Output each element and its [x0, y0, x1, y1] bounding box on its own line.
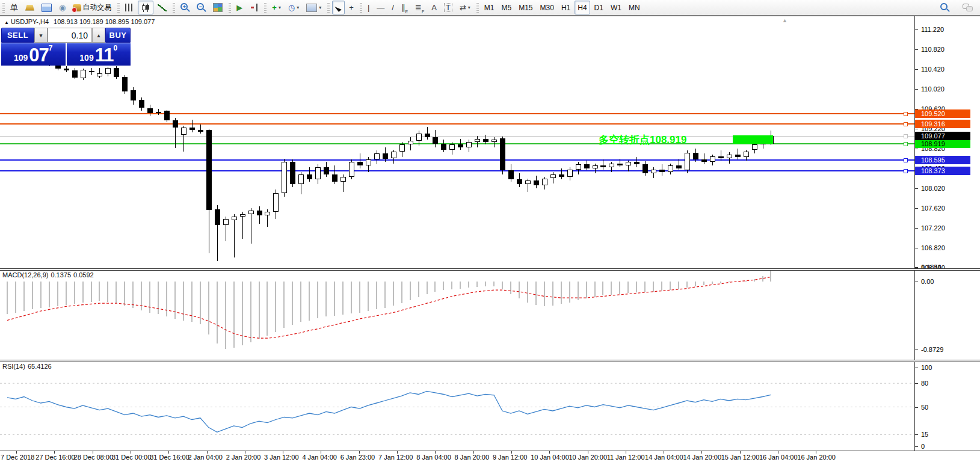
community-chat-button[interactable] — [960, 1, 976, 14]
candle — [232, 217, 237, 220]
arrows-button[interactable]: ⇄▾ — [457, 1, 473, 14]
price-line[interactable] — [0, 113, 914, 114]
chart-shift-icon — [250, 4, 258, 11]
candle — [341, 177, 346, 182]
buy-price-prefix: 109 — [79, 52, 93, 64]
price-line-label: 108.373 — [915, 167, 970, 175]
new-order-button[interactable]: 单 — [7, 1, 21, 14]
price-line-handle[interactable] — [904, 122, 908, 126]
candle — [567, 170, 573, 177]
price-line[interactable] — [0, 170, 914, 171]
sell-button[interactable]: SELL — [1, 28, 34, 43]
time-axis-value: 14 Jan 20:00 — [683, 454, 721, 461]
tf-d1-button[interactable]: D1 — [591, 1, 606, 14]
signal-button[interactable]: ◉ — [56, 1, 69, 14]
candle — [139, 100, 144, 108]
line-chart-button[interactable] — [155, 1, 170, 14]
vertical-line-button[interactable]: | — [365, 1, 372, 14]
sell-price-display[interactable]: 109 07 7 — [1, 43, 66, 66]
price-line-handle[interactable] — [904, 142, 908, 146]
chart-shift-button[interactable] — [247, 1, 261, 14]
candle — [600, 165, 606, 167]
tile-windows-button[interactable] — [210, 1, 226, 14]
community-chat-icon — [963, 4, 973, 11]
candle-wick — [494, 137, 495, 147]
horizontal-line-icon: — — [377, 4, 384, 11]
zoom-in-button[interactable] — [177, 1, 193, 14]
indicators-button[interactable]: +▾ — [269, 1, 284, 14]
tf-m15-button[interactable]: M15 — [516, 1, 535, 14]
trend-line-button[interactable]: / — [389, 1, 397, 14]
equidistant-channel-button[interactable]: ∥E — [398, 1, 411, 14]
candle — [542, 179, 547, 186]
macd-label: MACD(12,26,9)0.13750.0592 — [2, 271, 96, 279]
candle — [593, 165, 598, 168]
price-axis-value: 110.420 — [921, 66, 945, 73]
candle — [449, 144, 455, 149]
candle — [458, 144, 463, 147]
cursor-button[interactable] — [332, 1, 345, 14]
candle — [114, 68, 119, 78]
candle — [97, 73, 102, 76]
time-axis[interactable]: 7 Dec 201827 Dec 16:0028 Dec 08:0031 Dec… — [0, 451, 980, 462]
candle — [676, 165, 682, 168]
tf-mn-label: MN — [629, 4, 640, 12]
line-chart-icon — [158, 4, 167, 11]
price-line[interactable] — [0, 143, 914, 144]
price-line-handle[interactable] — [904, 112, 908, 116]
price-line-handle[interactable] — [904, 158, 908, 162]
crosshair-button[interactable]: + — [346, 1, 357, 14]
tf-m1-button[interactable]: M1 — [481, 1, 498, 14]
auto-trading-button[interactable]: 自动交易 — [70, 1, 114, 14]
candlestick-chart-button[interactable] — [138, 1, 153, 14]
buy-button[interactable]: BUY — [105, 28, 131, 43]
price-line-handle[interactable] — [904, 134, 908, 138]
horizontal-line-button[interactable]: — — [374, 1, 387, 14]
periods-button[interactable]: ◷▾ — [285, 1, 302, 14]
price-line[interactable] — [0, 159, 914, 161]
sell-price-big: 07 — [29, 47, 48, 64]
panel-divider[interactable] — [0, 360, 980, 362]
auto-scroll-button[interactable]: ▶ — [233, 1, 245, 14]
panel-divider[interactable] — [0, 268, 980, 271]
price-axis-tick — [915, 129, 918, 129]
text-button[interactable]: A — [428, 1, 440, 14]
candle — [559, 174, 564, 177]
volume-down-button[interactable]: ▾ — [34, 28, 48, 43]
tf-w1-button[interactable]: W1 — [608, 1, 624, 14]
volume-input[interactable]: 0.10 — [48, 28, 92, 43]
price-axis-tick — [915, 89, 918, 90]
gold-ingot-button[interactable] — [22, 1, 37, 14]
candle — [156, 112, 161, 113]
candle — [508, 170, 514, 179]
volume-up-button[interactable]: ▴ — [92, 28, 105, 43]
tf-h4-button[interactable]: H4 — [575, 1, 590, 14]
tf-w1-label: W1 — [611, 4, 621, 12]
price-line[interactable] — [0, 123, 914, 125]
bar-chart-button[interactable] — [122, 1, 137, 14]
candle — [425, 134, 430, 137]
tf-h1-button[interactable]: H1 — [558, 1, 573, 14]
candle — [517, 179, 522, 184]
price-line-label: 109.077 — [915, 132, 970, 140]
indicators-icon: + — [272, 4, 277, 11]
text-label-button[interactable]: T — [441, 1, 455, 14]
price-axis-tick — [915, 69, 918, 70]
search-button[interactable] — [937, 1, 952, 14]
price-line[interactable] — [0, 136, 914, 137]
tf-m30-button[interactable]: M30 — [537, 1, 557, 14]
price-line-handle[interactable] — [904, 169, 908, 173]
terminal-button[interactable] — [39, 1, 55, 14]
fibonacci-icon: ≣ — [415, 4, 422, 11]
time-axis-value: 11 Jan 12:00 — [607, 454, 645, 461]
fibonacci-button[interactable]: ≣F — [412, 1, 427, 14]
templates-button[interactable]: ▾ — [303, 1, 324, 14]
buy-price-display[interactable]: 109 11 0 — [67, 43, 131, 66]
tf-m5-button[interactable]: M5 — [499, 1, 515, 14]
time-axis-value: 7 Dec 2018 — [1, 454, 34, 461]
time-axis-value: 28 Dec 08:00 — [74, 454, 113, 461]
zoom-out-button[interactable] — [194, 1, 209, 14]
price-axis-value: 107.620 — [921, 205, 945, 212]
time-axis-value: 2 Jan 20:00 — [226, 454, 261, 461]
tf-mn-button[interactable]: MN — [626, 1, 643, 14]
